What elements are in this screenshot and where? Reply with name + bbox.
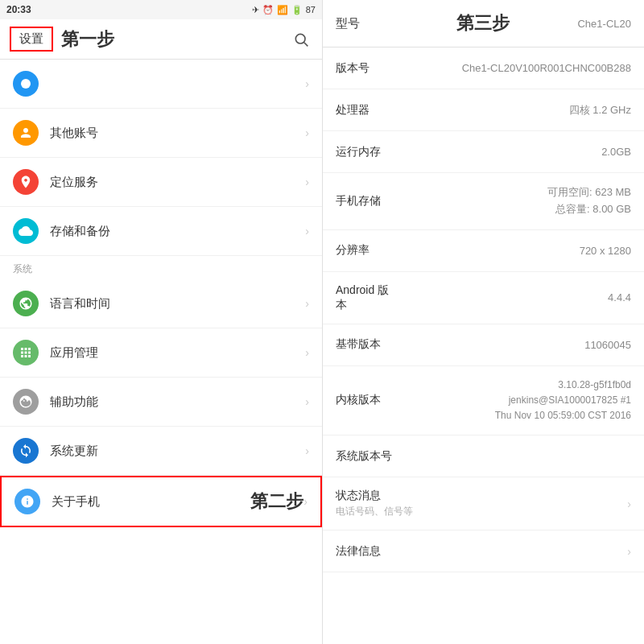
battery-icon: 🔋 [291, 5, 303, 15]
alarm-icon: ⏰ [262, 5, 274, 15]
step-two-label: 第二步 [250, 489, 303, 514]
label-baseband: 基带版本 [336, 337, 400, 352]
sublabel-status: 电话号码、信号等 [336, 505, 621, 518]
menu-arrow-storage: › [305, 225, 309, 237]
status-icons: ✈ ⏰ 📶 🔋 87 [252, 5, 316, 15]
section-system-label: 系统 [0, 256, 322, 279]
step-three-label: 第三步 [434, 11, 532, 35]
value-version: Che1-CL20V100R001CHNC00B288 [400, 62, 631, 74]
menu-text-location: 定位服务 [50, 175, 305, 190]
menu-item-about[interactable]: 关于手机 第二步 › [0, 476, 322, 527]
label-status: 状态消息 [336, 489, 400, 503]
menu-arrow-location: › [305, 175, 309, 188]
menu-text-system-update: 系统更新 [50, 444, 305, 459]
status-time: 20:33 [6, 4, 31, 15]
value-cpu: 四核 1.2 GHz [400, 103, 631, 118]
svg-point-2 [21, 79, 31, 89]
value-baseband: 11060045 [400, 339, 631, 351]
menu-item-blank[interactable]: › [0, 60, 322, 109]
wifi-icon: 📶 [277, 5, 288, 15]
svg-point-0 [295, 34, 305, 43]
left-panel: 20:33 ✈ ⏰ 📶 🔋 87 设置 第一步 › [0, 0, 322, 644]
row-baseband: 基带版本 11060045 [323, 324, 644, 366]
menu-icon-app-mgmt [13, 340, 39, 365]
menu-item-location[interactable]: 定位服务 › [0, 158, 322, 207]
value-storage: 可用空间: 623 MB总容量: 8.00 GB [400, 184, 631, 218]
value-kernel: 3.10.28-g5f1fb0djenkins@SIA1000017825 #1… [400, 378, 631, 424]
menu-icon-location [13, 169, 39, 195]
menu-icon-accessibility [13, 389, 39, 415]
menu-item-language[interactable]: 语言和时间 › [0, 279, 322, 328]
right-header: 型号 第三步 Che1-CL20 [323, 0, 644, 47]
row-version: 版本号 Che1-CL20V100R001CHNC00B288 [323, 47, 644, 89]
label-storage: 手机存储 [336, 194, 400, 208]
menu-text-about: 关于手机 [52, 494, 244, 510]
svg-line-1 [304, 42, 308, 46]
row-status[interactable]: 状态消息 电话号码、信号等 › [323, 477, 644, 530]
label-version: 版本号 [336, 61, 400, 76]
row-resolution: 分辨率 720 x 1280 [323, 230, 644, 272]
menu-list: › 其他账号 › 定位服务 › 存储和备份 › 系统 [0, 60, 322, 644]
label-ram: 运行内存 [336, 145, 400, 159]
menu-text-app-mgmt: 应用管理 [50, 345, 305, 361]
menu-arrow-blank: › [305, 77, 309, 90]
menu-item-accessibility[interactable]: 辅助功能 › [0, 378, 322, 427]
menu-text-accessibility: 辅助功能 [50, 394, 305, 410]
menu-icon-storage [13, 218, 39, 244]
row-storage: 手机存储 可用空间: 623 MB总容量: 8.00 GB [323, 173, 644, 230]
value-android: 4.4.4 [400, 291, 631, 303]
row-cpu: 处理器 四核 1.2 GHz [323, 89, 644, 131]
model-label: 型号 [336, 16, 434, 31]
menu-arrow-system-update: › [305, 444, 309, 457]
label-android: Android 版本 [336, 283, 400, 312]
arrow-status: › [627, 497, 631, 510]
menu-arrow-language: › [305, 297, 309, 310]
menu-item-app-mgmt[interactable]: 应用管理 › [0, 328, 322, 378]
menu-icon-system-update [13, 438, 39, 464]
menu-arrow-app-mgmt: › [305, 346, 309, 359]
right-panel: 型号 第三步 Che1-CL20 版本号 Che1-CL20V100R001CH… [322, 0, 644, 644]
value-ram: 2.0GB [400, 146, 631, 158]
menu-arrow-other-account: › [305, 126, 309, 139]
status-bar: 20:33 ✈ ⏰ 📶 🔋 87 [0, 0, 322, 19]
menu-icon-other-account [13, 120, 39, 146]
settings-box-label: 设置 [10, 27, 53, 52]
menu-icon-about [14, 489, 40, 514]
row-kernel: 内核版本 3.10.28-g5f1fb0djenkins@SIA10000178… [323, 366, 644, 436]
row-sysver: 系统版本号 [323, 436, 644, 477]
row-android: Android 版本 4.4.4 [323, 272, 644, 324]
menu-arrow-about: › [303, 495, 308, 508]
label-resolution: 分辨率 [336, 243, 400, 258]
menu-text-other-account: 其他账号 [50, 126, 305, 141]
menu-item-system-update[interactable]: 系统更新 › [0, 427, 322, 476]
step-one-label: 第一步 [61, 27, 290, 52]
menu-arrow-accessibility: › [305, 395, 309, 408]
model-value: Che1-CL20 [533, 18, 631, 30]
row-legal[interactable]: 法律信息 › [323, 530, 644, 572]
menu-text-language: 语言和时间 [50, 296, 305, 312]
label-sysver: 系统版本号 [336, 449, 400, 464]
label-cpu: 处理器 [336, 103, 400, 118]
menu-icon-language [13, 291, 39, 316]
airplane-icon: ✈ [252, 5, 259, 15]
menu-item-storage[interactable]: 存储和备份 › [0, 207, 322, 256]
label-kernel: 内核版本 [336, 393, 400, 407]
search-button[interactable] [290, 28, 312, 51]
arrow-legal: › [627, 545, 631, 558]
battery-level: 87 [306, 5, 316, 14]
menu-item-other-account[interactable]: 其他账号 › [0, 109, 322, 158]
menu-text-storage: 存储和备份 [50, 224, 305, 239]
value-resolution: 720 x 1280 [400, 245, 631, 257]
label-legal: 法律信息 [336, 544, 400, 559]
menu-icon-blank [13, 71, 39, 97]
left-header: 设置 第一步 [0, 19, 322, 60]
row-ram: 运行内存 2.0GB [323, 131, 644, 173]
